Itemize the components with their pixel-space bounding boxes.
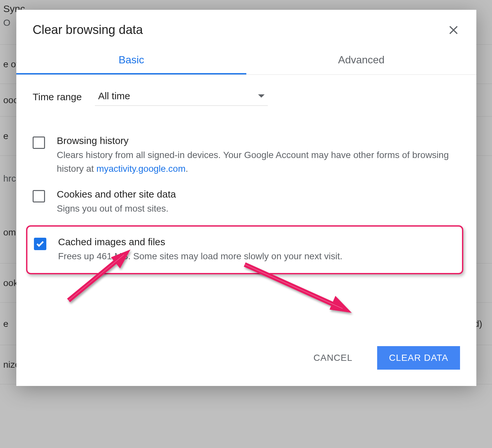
time-range-label: Time range <box>33 91 82 103</box>
time-range-row: Time range All time <box>33 88 460 106</box>
checkbox-cookies[interactable] <box>33 190 45 202</box>
close-button[interactable] <box>447 24 460 37</box>
tab-basic[interactable]: Basic <box>16 47 246 74</box>
checkbox-cache[interactable] <box>34 238 46 250</box>
option-cache-title: Cached images and files <box>58 236 455 248</box>
dialog-title: Clear browsing data <box>33 23 143 37</box>
option-browsing-history: Browsing history Clears history from all… <box>33 129 460 182</box>
tabs: Basic Advanced <box>16 47 476 75</box>
dialog-body: Time range All time Browsing history Cle… <box>16 75 476 281</box>
clear-browsing-data-dialog: Clear browsing data Basic Advanced Time … <box>16 10 476 386</box>
chevron-down-icon <box>258 94 265 98</box>
option-history-title: Browsing history <box>57 135 460 146</box>
tab-advanced[interactable]: Advanced <box>246 47 476 74</box>
cancel-button[interactable]: CANCEL <box>302 346 364 370</box>
option-history-desc-suffix: . <box>186 164 188 174</box>
checkmark-icon <box>36 239 45 248</box>
time-range-value: All time <box>98 90 130 102</box>
option-history-desc: Clears history from all signed-in device… <box>57 148 460 176</box>
dialog-footer: CANCEL CLEAR DATA <box>16 281 476 386</box>
myactivity-link[interactable]: myactivity.google.com <box>96 164 185 174</box>
option-cookies-desc: Signs you out of most sites. <box>57 202 460 216</box>
option-cookies-title: Cookies and other site data <box>57 189 460 200</box>
annotation-highlight-box: Cached images and files Frees up 461 MB.… <box>26 225 463 274</box>
close-icon <box>448 24 459 36</box>
dialog-header: Clear browsing data <box>16 10 476 47</box>
checkbox-browsing-history[interactable] <box>33 136 45 149</box>
time-range-select[interactable]: All time <box>95 88 268 106</box>
clear-data-button[interactable]: CLEAR DATA <box>377 346 460 370</box>
option-cache-desc: Frees up 461 MB. Some sites may load mor… <box>58 249 455 263</box>
option-cache: Cached images and files Frees up 461 MB.… <box>34 236 455 263</box>
option-cookies: Cookies and other site data Signs you ou… <box>33 182 460 222</box>
